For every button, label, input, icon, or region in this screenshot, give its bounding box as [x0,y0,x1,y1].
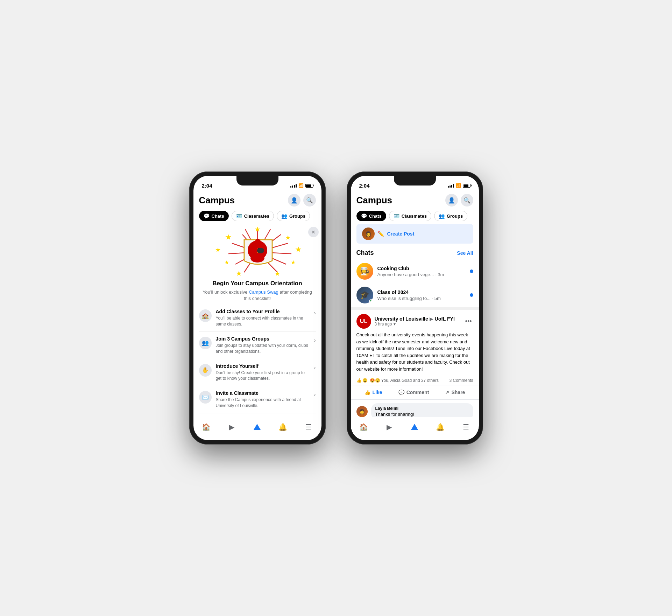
share-button[interactable]: ↗ Share [441,387,469,398]
profile-button-1[interactable]: 👤 [288,194,300,206]
introduce-icon: ✋ [199,364,212,377]
checklist-item-groups[interactable]: 👥 Join 3 Campus Groups Join groups to st… [199,332,316,359]
search-icon-1: 🔍 [306,197,313,204]
like-button[interactable]: 👍 Like [360,387,387,398]
phone-2: 2:04 📶 Campus [347,172,483,444]
nav-home-2[interactable]: 🏠 [357,421,370,433]
classes-icon: 🏫 [199,309,212,322]
chat-item-class2024[interactable]: 🎓 Class of 2024 Who else is struggling t… [351,283,479,307]
status-time-2: 2:04 [359,183,370,189]
arrow-invite: › [314,392,316,397]
battery-fill-2 [464,184,468,187]
nav-home-1[interactable]: 🏠 [200,421,212,433]
checklist-classes-desc: You'll be able to connect with classmate… [216,315,311,327]
nav-video-1[interactable]: ▶ [225,421,238,433]
share-icon: ↗ [445,390,449,395]
nav-menu-2[interactable]: ☰ [460,421,472,433]
checklist-invite-content: Invite a Classmate Share the Campus expe… [216,390,311,409]
notch-1 [236,176,278,186]
chat-item-cooking[interactable]: 👩‍🍳 Cooking Club Anyone have a good vege… [351,259,479,283]
tab-classmates-1[interactable]: 🪪 Classmates [232,211,274,221]
mascot-banner: ✕ [193,224,321,280]
orientation-text: Begin Your Campus Orientation You'll unl… [193,280,321,304]
tab-chats-1[interactable]: 💬 Chats [199,211,229,221]
signal-bars-1 [290,183,297,188]
reaction-names: 😍😮 You, Alicia Goad and 27 others [370,378,439,383]
close-button[interactable]: ✕ [308,227,319,237]
class2024-name: Class of 2024 [377,289,466,295]
comment-button[interactable]: 💬 Comment [394,387,433,398]
search-button-2[interactable]: 🔍 [461,194,473,206]
chats-section-title: Chats [356,249,374,257]
post-more-button[interactable]: ••• [464,316,473,327]
class2024-preview: Who else is struggling to... · 5m [377,296,466,301]
class2024-unread [470,293,473,297]
svg-point-28 [257,248,264,253]
signal-bar-2-1 [448,186,449,188]
checklist-item-classes[interactable]: 🏫 Add Classes to Your Profile You'll be … [199,304,316,332]
search-button-1[interactable]: 🔍 [303,194,316,206]
chat-tab-icon-2: 💬 [361,213,367,219]
wifi-icon-1: 📶 [298,183,304,188]
svg-text:★: ★ [225,233,232,241]
groups-tab-icon-2: 👥 [439,213,445,219]
chat-tab-icon-1: 💬 [204,213,210,219]
create-post-bar[interactable]: 👩 ✏️ Create Post [356,224,473,244]
checklist-introduce-desc: Don't be shy! Create your first post in … [216,370,311,382]
post-body: Check out all the university events happ… [351,331,479,376]
checklist-item-introduce[interactable]: ✋ Introduce Yourself Don't be shy! Creat… [199,359,316,386]
groups-icon: 👥 [199,337,212,349]
orientation-title: Begin Your Campus Orientation [199,280,316,287]
groups-tab-icon-1: 👥 [281,213,287,219]
svg-point-27 [250,254,264,262]
post-time: 3 hrs ago ▾ [375,322,460,327]
signal-bar-1 [290,186,291,188]
tab-chats-2[interactable]: 💬 Chats [356,211,386,221]
orientation-card: ✕ [193,224,321,417]
post-org-avatar: UL [356,314,371,329]
cooking-club-avatar: 👩‍🍳 [356,263,373,280]
svg-text:★: ★ [236,270,242,277]
svg-text:★: ★ [275,270,280,277]
love-reaction: 😮 [362,378,368,383]
profile-button-2[interactable]: 👤 [445,194,458,206]
comment-text: Thanks for sharing! [375,412,469,417]
status-time-1: 2:04 [202,183,212,189]
see-all-link[interactable]: See All [457,250,473,256]
tab-chats-label-1: Chats [212,214,224,219]
privacy-icon: ▾ [394,322,396,327]
arrow-classes: › [314,310,316,316]
app-header-2: Campus 👤 🔍 [351,191,479,209]
signal-bar-2 [292,186,293,188]
tab-groups-1[interactable]: 👥 Groups [277,211,310,221]
nav-menu-1[interactable]: ☰ [302,421,315,433]
svg-text:★: ★ [285,234,291,241]
class2024-avatar: 🎓 [356,287,373,303]
checklist-classes-content: Add Classes to Your Profile You'll be ab… [216,309,311,327]
orientation-subtitle: You'll unlock exclusive Campus Swag afte… [199,289,316,302]
phone-2-screen: 2:04 📶 Campus [351,176,479,440]
like-icon: 👍 [365,390,370,395]
header-icons-2: 👤 🔍 [445,194,473,206]
nav-campus-1[interactable] [251,421,263,433]
bottom-nav-1: 🏠 ▶ 🔔 ☰ [193,417,321,440]
app-title-2: Campus [356,195,392,206]
create-post-label: Create Post [387,231,415,237]
tab-classmates-2[interactable]: 🪪 Classmates [389,211,431,221]
nav-bell-2[interactable]: 🔔 [434,421,447,433]
campus-nav-icon-2 [410,423,419,431]
nav-bell-1[interactable]: 🔔 [277,421,289,433]
checklist-item-invite[interactable]: ✉️ Invite a Classmate Share the Campus e… [199,386,316,413]
tab-chats-label-2: Chats [369,214,382,219]
post-card: UL University of Louisville ▶ UofL FYI 3… [351,307,479,417]
svg-marker-30 [254,424,261,430]
campus-swag-link[interactable]: Campus Swag [249,289,278,295]
svg-marker-31 [411,424,418,430]
svg-text:★: ★ [254,225,261,233]
nav-campus-2[interactable] [408,421,421,433]
nav-video-2[interactable]: ▶ [383,421,395,433]
tab-groups-2[interactable]: 👥 Groups [434,211,467,221]
notch-2 [394,176,436,186]
profile-icon-2: 👤 [448,197,455,204]
cooking-club-unread [470,270,473,273]
